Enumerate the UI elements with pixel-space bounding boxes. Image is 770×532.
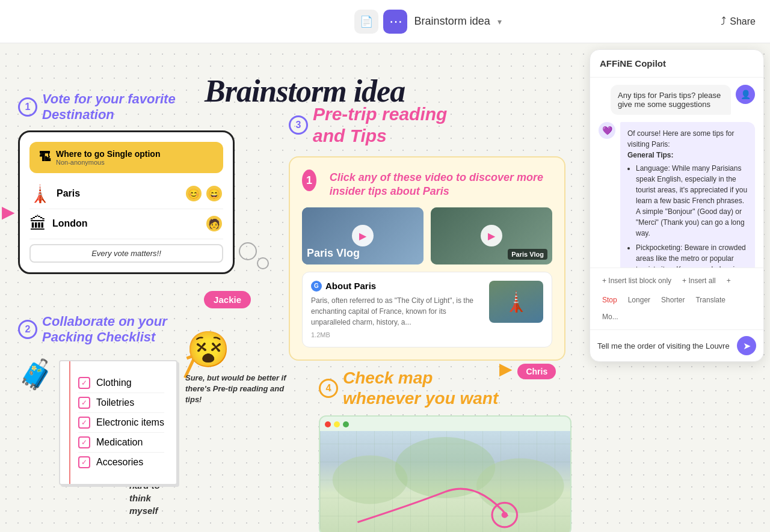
poll-option-bar: 🏗 Where to go Single option Non-anonymou… — [29, 142, 223, 173]
mindmap-tab-icon[interactable]: ⋯ — [383, 10, 407, 34]
map-dot-red — [325, 421, 331, 427]
check-item-medication: ✓ Medication — [78, 433, 164, 453]
check-item-clothing: ✓ Clothing — [78, 373, 164, 393]
stop-button[interactable]: Stop — [599, 293, 621, 307]
suitcase-icon: 🧳 — [18, 358, 54, 391]
city-name-paris: Paris — [57, 188, 179, 199]
section1-title: Vote for your favorite Destination — [42, 91, 176, 123]
vote-footer-text: Every vote matters!! — [29, 244, 223, 263]
ai-message-1: 💜 Of course! Here are some tips for visi… — [599, 122, 755, 268]
about-paris-title: G About Paris — [311, 281, 482, 292]
chevron-down-icon[interactable]: ▾ — [497, 17, 502, 26]
check-item-toiletries: ✓ Toiletries — [78, 393, 164, 413]
ai-avatar: 💜 — [599, 122, 615, 139]
chris-tag: Chris — [517, 364, 556, 379]
file-size-label: 1.2MB — [311, 331, 482, 338]
angry-emoji: 😵 — [186, 329, 230, 370]
paris-voters: 😊 😄 — [185, 185, 223, 203]
translate-button[interactable]: Translate — [692, 293, 729, 307]
section2-title: Collaborate on your Packing Checklist — [42, 314, 167, 346]
send-icon: ➤ — [743, 340, 751, 352]
map-traffic-lights — [325, 421, 349, 427]
section2-packing: 2 Collaborate on your Packing Checklist … — [18, 308, 205, 485]
canvas-area: Brainstorm idea 📓 1 Vote for your favori… — [0, 43, 770, 532]
clock-tower-icon: 🏛 — [29, 214, 46, 234]
chris-arrow-area: ▶ Chris — [499, 359, 556, 379]
section3-header: 3 Pre-trip reading and Tips — [289, 103, 565, 147]
paris-video-2[interactable]: ▶ Paris Vlog — [431, 207, 552, 264]
section1-header: 1 Vote for your favorite Destination — [18, 91, 235, 123]
jackie-tag: Jackie — [204, 291, 251, 308]
copilot-header: AFFiNE Copilot — [590, 50, 763, 78]
ai-tip-1: Language: While many Parisians speak Eng… — [636, 163, 748, 239]
ai-bubble-1: Of course! Here are some tips for visiti… — [620, 122, 755, 268]
building-icon: 🏗 — [39, 150, 51, 164]
ai-tip-2: Pickpocketing: Beware in crowded areas l… — [636, 242, 748, 268]
google-icon: G — [311, 281, 322, 292]
map-route-svg — [320, 431, 570, 532]
copilot-control-row: Stop Longer Shorter Translate Mo... — [590, 293, 763, 329]
eiffel-icon: 🗼 — [29, 184, 51, 204]
copilot-chat-body: Any tips for Paris tips? please give me … — [590, 78, 763, 268]
videos-row: ▶ Paris Vlog ▶ Paris Vlog — [302, 207, 552, 264]
send-button[interactable]: ➤ — [737, 336, 756, 355]
paris-video-1[interactable]: ▶ Paris Vlog — [302, 207, 424, 264]
vote-row-london[interactable]: 🏛 London 🧑 — [29, 209, 223, 239]
copilot-panel: AFFiNE Copilot Any tips for Paris tips? … — [590, 49, 764, 362]
topbar: 📄 ⋯ Brainstorm idea ▾ ⤴ Share — [0, 0, 770, 43]
eiffel-tower-thumb: 🗼 — [489, 281, 543, 323]
share-button[interactable]: ⤴ Share — [721, 15, 756, 28]
about-paris-text: G About Paris Paris, often referred to a… — [311, 281, 482, 338]
label-toiletries: Toiletries — [96, 397, 134, 408]
label-medication: Medication — [96, 437, 143, 448]
svg-point-4 — [502, 512, 508, 518]
section2-number: 2 — [18, 320, 37, 339]
copilot-action-row: + Insert list block only + Insert all + — [590, 268, 763, 293]
checkbox-accessories[interactable]: ✓ — [78, 456, 90, 468]
about-paris-desc: Paris, often referred to as "The City of… — [311, 295, 482, 328]
angry-area: 😵 — [186, 329, 230, 370]
longer-button[interactable]: Longer — [624, 293, 654, 307]
user-bubble-1: Any tips for Paris tips? please give me … — [611, 85, 731, 115]
section3-number: 3 — [289, 115, 308, 135]
checkbox-toiletries[interactable]: ✓ — [78, 397, 90, 409]
label-electronics: Electronic items — [96, 417, 164, 428]
user-avatar: 👤 — [736, 85, 755, 104]
copilot-input-field[interactable] — [597, 341, 732, 350]
insert-list-button[interactable]: + Insert list block only — [599, 274, 675, 287]
section3-title: Pre-trip reading and Tips — [313, 103, 447, 147]
about-paris-card[interactable]: G About Paris Paris, often referred to a… — [302, 272, 552, 347]
vote-poll-box: ▶ 🏗 Where to go Single option Non-anonym… — [18, 130, 235, 274]
video2-label-text: Paris Vlog — [508, 249, 547, 260]
vote-row-paris[interactable]: 🗼 Paris 😊 😄 — [29, 179, 223, 209]
map-dot-yellow — [334, 421, 340, 427]
sure-comment: Sure, but would be better if there's Pre… — [185, 373, 300, 406]
pretrip-card: 1 Click any of these video to discover m… — [289, 156, 565, 361]
label-clothing: Clothing — [96, 378, 132, 388]
map-container — [319, 415, 571, 532]
insert-all-button[interactable]: + Insert all — [679, 274, 719, 287]
voter-avatar-3: 🧑 — [205, 215, 223, 233]
pretrip-step-num: 1 — [302, 170, 316, 191]
video1-label-text: Paris Vlog — [307, 247, 399, 260]
more-button[interactable]: Mo... — [599, 310, 622, 323]
section1-number: 1 — [18, 97, 37, 117]
orange-triangle-icon: ▶ — [499, 359, 513, 378]
plus-button[interactable]: + — [723, 274, 735, 287]
shorter-button[interactable]: Shorter — [658, 293, 688, 307]
section2-header: 2 Collaborate on your Packing Checklist — [18, 314, 205, 346]
section3-pretrip: 3 Pre-trip reading and Tips 1 Click any … — [289, 103, 565, 361]
speech-bubble-2 — [257, 257, 269, 269]
topbar-center: 📄 ⋯ Brainstorm idea ▾ — [354, 10, 502, 34]
checkbox-electronics[interactable]: ✓ — [78, 417, 90, 429]
checkbox-clothing[interactable]: ✓ — [78, 377, 90, 389]
user-message-1: Any tips for Paris tips? please give me … — [599, 85, 755, 115]
london-voters: 🧑 — [205, 215, 223, 233]
voter-avatar-1: 😊 — [185, 185, 203, 203]
checkbox-medication[interactable]: ✓ — [78, 436, 90, 448]
share-icon: ⤴ — [721, 15, 726, 28]
packing-checklist: ✓ Clothing ✓ Toiletries ✓ Electronic ite… — [59, 360, 177, 485]
section4-title: Check map whenever you want — [343, 368, 498, 408]
doc-tab-icon[interactable]: 📄 — [354, 10, 378, 34]
voter-avatar-2: 😄 — [205, 185, 223, 203]
